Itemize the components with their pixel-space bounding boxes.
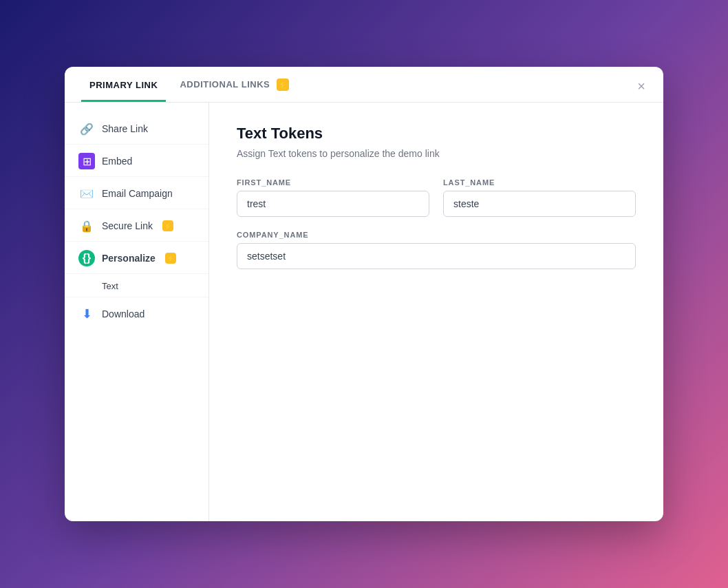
form-group-last-name: LAST_NAME	[443, 178, 636, 217]
company-name-input[interactable]	[237, 243, 636, 269]
form-grid: FIRST_NAME LAST_NAME COMPANY_NAME	[237, 178, 636, 269]
additional-links-badge: ⚡	[277, 78, 289, 91]
last-name-input[interactable]	[443, 191, 636, 217]
first-name-input[interactable]	[237, 191, 429, 217]
content-subtitle: Assign Text tokens to personalize the de…	[237, 148, 636, 159]
secure-link-label: Secure Link	[102, 220, 153, 231]
download-label: Download	[102, 308, 144, 319]
secure-link-badge: ⚡	[162, 220, 173, 231]
text-label: Text	[102, 281, 118, 291]
sidebar-item-text[interactable]: Text	[65, 275, 208, 297]
main-content: Text Tokens Assign Text tokens to person…	[209, 103, 663, 521]
close-button[interactable]: ×	[632, 76, 651, 96]
modal-tabs: PRIMARY LINK ADDITIONAL LINKS ⚡ ×	[65, 67, 663, 103]
form-group-first-name: FIRST_NAME	[237, 178, 429, 217]
last-name-label: LAST_NAME	[443, 178, 636, 187]
embed-icon: ⊞	[78, 153, 95, 169]
personalize-icon: {}	[78, 250, 95, 266]
email-campaign-label: Email Campaign	[102, 188, 173, 199]
first-name-label: FIRST_NAME	[237, 178, 429, 187]
modal-body: 🔗 Share Link ⊞ Embed ✉️ Email Campaign 🔒…	[65, 103, 663, 521]
share-link-icon: 🔗	[78, 120, 95, 137]
sidebar-item-secure-link[interactable]: 🔒 Secure Link ⚡	[65, 211, 208, 242]
email-campaign-icon: ✉️	[78, 185, 95, 202]
sidebar-item-email-campaign[interactable]: ✉️ Email Campaign	[65, 178, 208, 209]
share-link-label: Share Link	[102, 123, 148, 134]
modal: PRIMARY LINK ADDITIONAL LINKS ⚡ × 🔗 Shar…	[65, 67, 663, 521]
embed-label: Embed	[102, 156, 132, 167]
tab-primary-link[interactable]: PRIMARY LINK	[81, 69, 166, 102]
personalize-label: Personalize	[102, 253, 156, 264]
form-group-company-name: COMPANY_NAME	[237, 231, 636, 269]
sidebar-item-personalize[interactable]: {} Personalize ⚡	[65, 243, 208, 274]
content-title: Text Tokens	[237, 125, 636, 143]
company-name-label: COMPANY_NAME	[237, 231, 636, 239]
download-icon: ⬇	[78, 306, 95, 322]
tab-additional-links[interactable]: ADDITIONAL LINKS ⚡	[171, 67, 297, 103]
sidebar-item-download[interactable]: ⬇ Download	[65, 299, 208, 329]
sidebar-item-share-link[interactable]: 🔗 Share Link	[65, 114, 208, 145]
secure-link-icon: 🔒	[78, 218, 95, 234]
sidebar: 🔗 Share Link ⊞ Embed ✉️ Email Campaign 🔒…	[65, 103, 209, 521]
personalize-badge: ⚡	[165, 253, 176, 264]
sidebar-item-embed[interactable]: ⊞ Embed	[65, 146, 208, 177]
